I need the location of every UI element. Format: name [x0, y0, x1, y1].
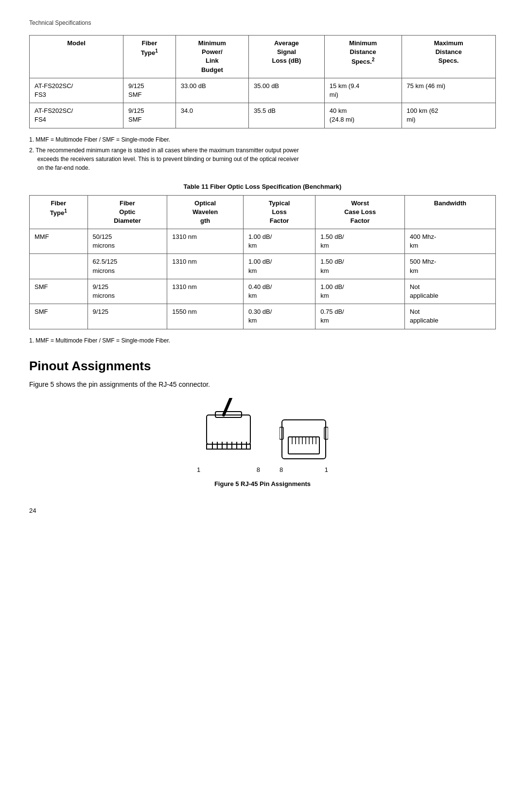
section-title-pinout: Pinout Assignments: [29, 359, 496, 374]
cell-bandwidth: 400 Mhz-km: [405, 229, 496, 254]
col-worst-loss: WorstCase LossFactor: [315, 195, 405, 229]
cell-fiber: 9/125SMF: [123, 103, 175, 128]
footnote-2: 2. The recommended minimum range is stat…: [29, 146, 496, 172]
figure-caption: Figure 5 RJ-45 Pin Assignments: [214, 480, 311, 487]
cell-typical: 1.00 dB/km: [243, 229, 315, 254]
col-fiber-type2: FiberType1: [30, 195, 88, 229]
cell-bandwidth: Notapplicable: [405, 304, 496, 329]
cell-worst: 1.50 dB/km: [315, 254, 405, 279]
cell-fiber: 9/125SMF: [123, 78, 175, 103]
footnote-1: 1. MMF = Multimode Fiber / SMF = Single-…: [29, 135, 496, 144]
cell-type: SMF: [30, 279, 88, 304]
rj45-plug-wrap: 1 8: [197, 398, 260, 473]
cell-diameter: 50/125microns: [88, 229, 167, 254]
cell-worst: 1.50 dB/km: [315, 229, 405, 254]
figure-rj45: 1 8: [29, 398, 496, 487]
col-min-dist: MinimumDistanceSpecs.2: [324, 36, 402, 78]
table-row: AT-FS202SC/FS4 9/125SMF 34.0 35.5 dB 40 …: [30, 103, 496, 128]
svg-rect-1: [207, 415, 250, 444]
col-min-power: MinimumPower/LinkBudget: [175, 36, 248, 78]
table-specs-1: Model FiberType1 MinimumPower/LinkBudget…: [29, 35, 496, 128]
table-row: AT-FS202SC/FS3 9/125SMF 33.00 dB 35.00 d…: [30, 78, 496, 103]
rj45-jack-wrap: 8 1: [280, 417, 328, 473]
jack-pin-labels: 8 1: [280, 466, 328, 473]
footnotes-table2: 1. MMF = Multimode Fiber / SMF = Single-…: [29, 336, 496, 345]
col-bandwidth: Bandwidth: [405, 195, 496, 229]
cell-typical: 0.30 dB/km: [243, 304, 315, 329]
cell-wavelength: 1550 nm: [167, 304, 244, 329]
cell-bandwidth: 500 Mhz-km: [405, 254, 496, 279]
col-model: Model: [30, 36, 123, 78]
table-row: SMF 9/125microns 1310 nm 0.40 dB/km 1.00…: [30, 279, 496, 304]
col-fiber-type: FiberType1: [123, 36, 175, 78]
cell-type: SMF: [30, 304, 88, 329]
cell-min-dist: 40 km(24.8 mi): [324, 103, 402, 128]
cell-worst: 1.00 dB/km: [315, 279, 405, 304]
cell-typical: 1.00 dB/km: [243, 254, 315, 279]
cell-min-dist: 15 km (9.4mi): [324, 78, 402, 103]
svg-rect-11: [207, 444, 250, 449]
col-max-dist: MaximumDistanceSpecs.: [402, 36, 495, 78]
cell-wavelength: 1310 nm: [167, 229, 244, 254]
pinout-intro: Figure 5 shows the pin assignments of th…: [29, 380, 496, 388]
cell-avg-signal: 35.5 dB: [249, 103, 325, 128]
cell-diameter: 9/125microns: [88, 279, 167, 304]
page-header: Technical Specifications: [29, 19, 496, 26]
cell-bandwidth: Notapplicable: [405, 279, 496, 304]
cell-diameter: 62.5/125microns: [88, 254, 167, 279]
table-row: SMF 9/125 1550 nm 0.30 dB/km 0.75 dB/km …: [30, 304, 496, 329]
cell-wavelength: 1310 nm: [167, 279, 244, 304]
cell-worst: 0.75 dB/km: [315, 304, 405, 329]
cell-type: [30, 254, 88, 279]
cell-diameter: 9/125: [88, 304, 167, 329]
cell-min-power: 34.0: [175, 103, 248, 128]
cell-model: AT-FS202SC/FS4: [30, 103, 123, 128]
svg-rect-13: [288, 437, 319, 454]
plug-pin-labels: 1 8: [197, 466, 260, 473]
footnote-table2-1: 1. MMF = Multimode Fiber / SMF = Single-…: [29, 336, 496, 345]
cell-max-dist: 75 km (46 mi): [402, 78, 495, 103]
cell-avg-signal: 35.00 dB: [249, 78, 325, 103]
col-avg-signal: AverageSignalLoss (dB): [249, 36, 325, 78]
cell-wavelength: 1310 nm: [167, 254, 244, 279]
col-wavelength: OpticalWavelength: [167, 195, 244, 229]
plug-pin-right: 8: [257, 466, 260, 473]
table-loss-spec: FiberType1 FiberOpticDiameter OpticalWav…: [29, 195, 496, 329]
cell-model: AT-FS202SC/FS3: [30, 78, 123, 103]
cell-min-power: 33.00 dB: [175, 78, 248, 103]
col-typical-loss: TypicalLossFactor: [243, 195, 315, 229]
plug-pin-left: 1: [197, 466, 200, 473]
table-row: 62.5/125microns 1310 nm 1.00 dB/km 1.50 …: [30, 254, 496, 279]
rj45-plug-svg: [197, 398, 260, 466]
table2-caption: Table 11 Fiber Optic Loss Specification …: [29, 183, 496, 190]
cell-typical: 0.40 dB/km: [243, 279, 315, 304]
footnotes-table1: 1. MMF = Multimode Fiber / SMF = Single-…: [29, 135, 496, 172]
table-row: MMF 50/125microns 1310 nm 1.00 dB/km 1.5…: [30, 229, 496, 254]
header-title: Technical Specifications: [29, 19, 91, 26]
connectors-row: 1 8: [197, 398, 328, 473]
svg-line-0: [224, 398, 231, 415]
col-optic-diameter: FiberOpticDiameter: [88, 195, 167, 229]
jack-pin-right: 1: [325, 466, 328, 473]
cell-type: MMF: [30, 229, 88, 254]
cell-max-dist: 100 km (62mi): [402, 103, 495, 128]
rj45-jack-svg: [280, 417, 328, 466]
page-number: 24: [29, 507, 496, 514]
jack-pin-left: 8: [280, 466, 283, 473]
